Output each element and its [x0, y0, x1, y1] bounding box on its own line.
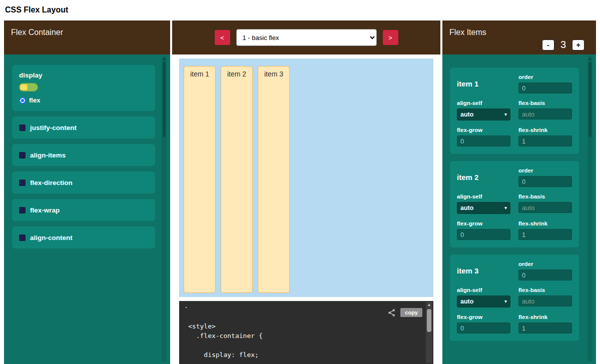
- demo-item: item 1: [184, 66, 216, 293]
- flex-items-panel: Flex Items - 3 + item 1 order align-self: [442, 20, 596, 364]
- copy-button[interactable]: copy: [400, 308, 422, 317]
- align-self-select[interactable]: auto: [457, 296, 510, 308]
- flex-grow-input[interactable]: [457, 322, 510, 334]
- flex-items-panel-header: Flex Items - 3 +: [442, 20, 596, 54]
- option-label: align-items: [30, 152, 66, 159]
- flex-container-panel-header: Flex Container: [4, 20, 170, 54]
- option-align-items[interactable]: align-items: [12, 144, 155, 166]
- item-count-controls: - 3 +: [542, 39, 584, 50]
- left-panel-scrollbar[interactable]: ▲: [162, 56, 167, 362]
- flex-shrink-input[interactable]: [518, 229, 572, 240]
- scrollbar-thumb[interactable]: [427, 309, 431, 332]
- share-icon[interactable]: [387, 308, 396, 317]
- code-line: <style>: [188, 322, 263, 331]
- order-input[interactable]: [518, 270, 572, 280]
- flex-shrink-label: flex-shrink: [518, 314, 572, 320]
- option-justify-content[interactable]: justify-content: [12, 116, 155, 138]
- flex-items-panel-title: Flex Items: [449, 28, 486, 36]
- add-item-button[interactable]: +: [572, 40, 584, 50]
- option-align-content[interactable]: align-content: [12, 226, 155, 248]
- checkbox-icon[interactable]: [19, 152, 26, 158]
- preview-panel: < 1 - basic flex > item 1 item 2 item 3 …: [172, 20, 440, 364]
- flex-item-card: item 3 order align-self auto ▾ flex-basi: [449, 254, 579, 342]
- next-preset-button[interactable]: >: [383, 30, 398, 45]
- option-flex-direction[interactable]: flex-direction: [12, 172, 155, 194]
- scrollbar-thumb[interactable]: [163, 62, 166, 137]
- preview-body: item 1 item 2 item 3 .: [172, 54, 440, 364]
- order-field: order: [518, 74, 572, 94]
- flex-demo-container: item 1 item 2 item 3: [179, 58, 433, 297]
- flex-basis-input[interactable]: [518, 202, 572, 213]
- option-flex-wrap[interactable]: flex-wrap: [12, 199, 155, 221]
- flex-grow-field: flex-grow: [457, 314, 510, 334]
- flex-grow-input[interactable]: [457, 136, 510, 146]
- option-label: flex-wrap: [30, 206, 60, 214]
- demo-item: item 3: [258, 66, 290, 293]
- flex-shrink-field: flex-shrink: [518, 127, 572, 146]
- flex-basis-field: flex-basis: [518, 287, 572, 308]
- flex-basis-field: flex-basis: [518, 194, 572, 214]
- display-toggle[interactable]: [19, 83, 38, 92]
- item-title: item 3: [457, 266, 510, 275]
- scrollbar-thumb[interactable]: [588, 62, 591, 137]
- flex-grow-input[interactable]: [457, 229, 510, 240]
- preset-bar: < 1 - basic flex >: [172, 20, 440, 54]
- code-scrollbar[interactable]: ▲: [426, 302, 432, 363]
- radio-label: flex: [29, 96, 40, 104]
- display-card: display flex: [12, 65, 155, 111]
- scroll-up-arrow-icon[interactable]: ▲: [426, 302, 432, 308]
- order-input[interactable]: [518, 176, 572, 187]
- option-label: align-content: [30, 234, 73, 242]
- flex-grow-field: flex-grow: [457, 220, 510, 240]
- code-line: [188, 340, 263, 350]
- item-title: item 2: [457, 173, 510, 182]
- flex-grow-label: flex-grow: [457, 127, 510, 133]
- checkbox-icon[interactable]: [19, 234, 26, 241]
- flex-container-panel-body: display flex justify-content align-items: [4, 54, 170, 364]
- scroll-up-arrow-icon[interactable]: ▲: [587, 56, 592, 62]
- code-line: display: flex;: [188, 350, 263, 360]
- checkbox-icon[interactable]: [19, 207, 26, 214]
- align-self-label: align-self: [457, 100, 510, 106]
- scroll-up-arrow-icon[interactable]: ▲: [162, 56, 167, 62]
- display-card-title: display: [19, 72, 148, 79]
- align-self-field: align-self auto ▾: [457, 287, 510, 308]
- flex-basis-input[interactable]: [518, 108, 572, 120]
- code-bullet: .: [184, 302, 188, 310]
- checkbox-icon[interactable]: [19, 180, 26, 186]
- order-field: order: [518, 261, 572, 280]
- main-layout: Flex Container display flex justify-cont…: [0, 20, 600, 364]
- flex-shrink-input[interactable]: [518, 136, 572, 146]
- code-line: .flex-container {: [188, 331, 263, 340]
- order-input[interactable]: [518, 82, 572, 94]
- order-label: order: [518, 261, 572, 267]
- flex-shrink-field: flex-shrink: [518, 220, 572, 240]
- order-field: order: [518, 168, 572, 187]
- flex-grow-label: flex-grow: [457, 220, 510, 226]
- item-count: 3: [560, 39, 566, 50]
- demo-item: item 2: [221, 66, 253, 293]
- radio-checked-icon[interactable]: [19, 97, 26, 104]
- flex-basis-field: flex-basis: [518, 100, 572, 120]
- flex-shrink-label: flex-shrink: [518, 220, 572, 226]
- align-self-select[interactable]: auto: [457, 108, 510, 120]
- flex-basis-input[interactable]: [518, 296, 572, 306]
- flex-grow-label: flex-grow: [457, 314, 510, 320]
- align-self-field: align-self auto ▾: [457, 194, 510, 214]
- prev-preset-button[interactable]: <: [215, 30, 230, 45]
- flex-container-panel-title: Flex Container: [11, 28, 63, 36]
- checkbox-icon[interactable]: [19, 124, 26, 131]
- remove-item-button[interactable]: -: [542, 40, 554, 50]
- code-panel: . copy <style> .flex-container { disp: [179, 301, 433, 364]
- preset-select[interactable]: 1 - basic flex: [236, 29, 377, 46]
- css-code: <style> .flex-container { display: flex;: [188, 322, 263, 360]
- code-toolbar: copy: [387, 308, 422, 317]
- align-self-label: align-self: [457, 194, 510, 200]
- align-self-select[interactable]: auto: [457, 202, 510, 214]
- align-self-field: align-self auto ▾: [457, 100, 510, 120]
- flex-shrink-input[interactable]: [518, 322, 572, 334]
- order-label: order: [518, 74, 572, 80]
- display-flex-radio-row[interactable]: flex: [19, 96, 148, 104]
- right-panel-scrollbar[interactable]: ▲: [587, 56, 592, 362]
- flex-shrink-field: flex-shrink: [518, 314, 572, 334]
